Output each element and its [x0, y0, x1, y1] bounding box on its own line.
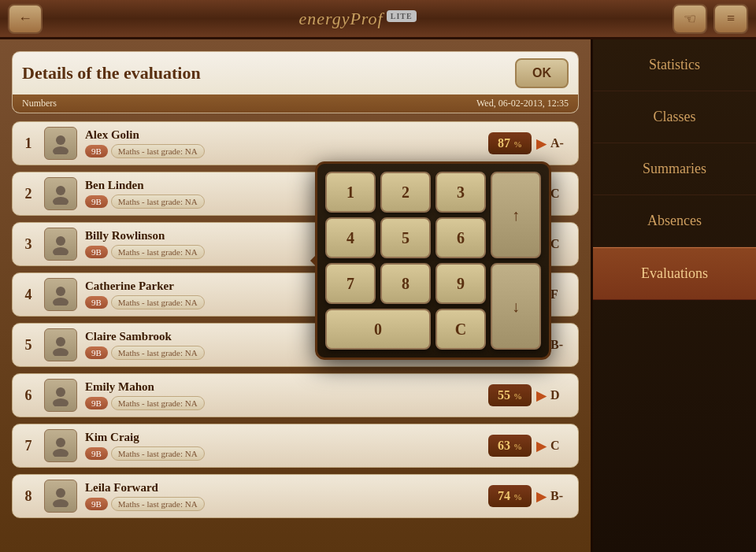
subject-label: Maths - last grade: NA	[111, 295, 205, 309]
numpad-4[interactable]: 4	[325, 217, 376, 258]
student-info: Leila Forward 9B Maths - last grade: NA	[85, 481, 480, 511]
top-bar-right: ☜ ≡	[673, 4, 748, 34]
grade-label: B-	[550, 489, 570, 503]
student-name: Alex Golin	[85, 128, 480, 142]
svg-point-8	[56, 337, 65, 346]
numpad-6[interactable]: 6	[435, 217, 486, 258]
content-area: Details of the evaluation OK Numbers Wed…	[0, 39, 591, 552]
eval-header: Details of the evaluation OK Numbers Wed…	[12, 51, 579, 113]
lite-badge: LITE	[387, 10, 417, 22]
class-badge: 9B	[85, 145, 108, 157]
row-number: 8	[20, 488, 36, 505]
svg-point-14	[56, 488, 65, 498]
grade-label: C	[550, 439, 570, 453]
grade-label: B-	[550, 338, 570, 352]
numpad-2[interactable]: 2	[380, 172, 431, 213]
eval-title: Details of the evaluation	[22, 63, 201, 83]
score-badge[interactable]: 55 %	[488, 384, 532, 406]
sidebar-item-absences[interactable]: Absences	[593, 195, 756, 247]
numpad-5[interactable]: 5	[380, 217, 431, 258]
svg-point-4	[56, 236, 65, 246]
svg-point-7	[53, 298, 69, 306]
avatar	[44, 127, 77, 160]
class-badge: 9B	[85, 498, 108, 510]
score-badge[interactable]: 74 %	[488, 485, 532, 507]
eval-title-row: Details of the evaluation OK	[13, 52, 578, 94]
sidebar-item-statistics[interactable]: Statistics	[593, 39, 756, 91]
numpad-c[interactable]: C	[435, 309, 486, 350]
row-number: 7	[20, 438, 36, 454]
subtitle-numbers: Numbers	[22, 98, 57, 109]
svg-point-15	[53, 499, 69, 507]
score-section: 63 % ▶ C	[488, 435, 570, 457]
score-badge[interactable]: 87 %	[488, 132, 532, 154]
main-layout: Details of the evaluation OK Numbers Wed…	[0, 39, 756, 552]
score-badge[interactable]: 63 %	[488, 435, 532, 457]
numpad-7[interactable]: 7	[325, 263, 376, 304]
class-badge: 9B	[85, 397, 108, 409]
menu-button[interactable]: ≡	[713, 4, 748, 34]
numpad-0[interactable]: 0	[325, 309, 431, 350]
sidebar-item-summaries[interactable]: Summaries	[593, 143, 756, 195]
student-row[interactable]: 6 Emily Mahon 9B Maths - last grade: NA …	[12, 373, 579, 417]
svg-point-9	[53, 348, 69, 356]
numpad-grid: 1 2 3 ↑ 4 5 6 7 8 9 ↓ 0 C	[325, 172, 541, 350]
avatar	[44, 379, 77, 412]
student-row[interactable]: 8 Leila Forward 9B Maths - last grade: N…	[12, 474, 579, 518]
avatar	[44, 228, 77, 261]
student-info: Alex Golin 9B Maths - last grade: NA	[85, 128, 480, 158]
svg-point-2	[56, 186, 65, 195]
class-badge: 9B	[85, 296, 108, 309]
arrow-right-icon: ▶	[536, 439, 546, 454]
student-name: Kim Craig	[85, 431, 480, 444]
subject-label: Maths - last grade: NA	[111, 497, 205, 511]
numpad-3[interactable]: 3	[435, 172, 486, 213]
avatar	[44, 278, 77, 311]
arrow-right-icon: ▶	[536, 489, 546, 504]
svg-point-6	[56, 287, 65, 296]
numpad-1[interactable]: 1	[325, 172, 376, 213]
numpad-8[interactable]: 8	[380, 263, 431, 304]
svg-point-0	[56, 135, 65, 145]
student-row[interactable]: 1 Alex Golin 9B Maths - last grade: NA 8…	[12, 121, 579, 165]
arrow-right-icon: ▶	[536, 136, 546, 151]
avatar	[44, 429, 77, 462]
student-name: Leila Forward	[85, 481, 480, 495]
class-badge: 9B	[85, 246, 108, 258]
app-title: energyProf	[298, 9, 383, 28]
row-number: 2	[20, 186, 36, 202]
student-tag: 9B Maths - last grade: NA	[85, 497, 480, 511]
score-section: 55 % ▶ D	[488, 384, 570, 406]
back-button[interactable]: ←	[8, 4, 43, 34]
class-badge: 9B	[85, 195, 108, 208]
numpad-down[interactable]: ↓	[491, 263, 541, 350]
student-info: Emily Mahon 9B Maths - last grade: NA	[85, 380, 480, 410]
student-tag: 9B Maths - last grade: NA	[85, 396, 480, 410]
top-bar-left: ←	[8, 4, 43, 34]
arrow-right-icon: ▶	[536, 388, 546, 403]
app-title-area: energyProf LITE	[298, 9, 416, 29]
svg-point-12	[56, 438, 65, 447]
sidebar-item-classes[interactable]: Classes	[593, 91, 756, 143]
grade-label: F	[550, 287, 570, 302]
top-bar: ← energyProf LITE ☜ ≡	[0, 0, 756, 39]
row-number: 4	[20, 287, 36, 303]
sidebar-item-evaluations[interactable]: Evaluations	[593, 247, 756, 300]
student-tag: 9B Maths - last grade: NA	[85, 144, 480, 158]
avatar	[44, 177, 77, 210]
grade-label: D	[550, 388, 570, 402]
svg-point-13	[53, 449, 69, 457]
student-row[interactable]: 7 Kim Craig 9B Maths - last grade: NA 63…	[12, 424, 579, 468]
hand-button[interactable]: ☜	[673, 4, 707, 34]
grade-label: C	[550, 237, 570, 251]
numpad-up[interactable]: ↑	[491, 172, 541, 258]
student-tag: 9B Maths - last grade: NA	[85, 446, 480, 461]
row-number: 6	[20, 387, 36, 404]
avatar	[44, 480, 77, 513]
subject-label: Maths - last grade: NA	[111, 446, 205, 461]
subject-label: Maths - last grade: NA	[111, 245, 205, 259]
ok-button[interactable]: OK	[515, 58, 569, 88]
numpad-9[interactable]: 9	[435, 263, 486, 304]
eval-subtitle: Numbers Wed, 06-02-2013, 12:35	[13, 94, 578, 113]
row-number: 5	[20, 337, 36, 354]
